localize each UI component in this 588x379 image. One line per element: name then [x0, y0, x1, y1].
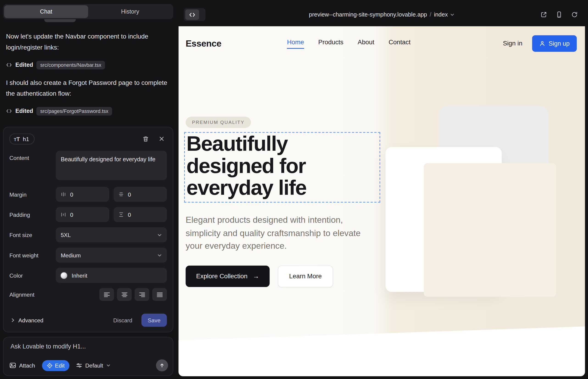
font-weight-label: Font weight — [9, 252, 56, 258]
edited-file-row[interactable]: Edited src/pages/ForgotPassword.tsx — [6, 106, 112, 116]
preview-window: preview--charming-site-symphony.lovable.… — [178, 3, 585, 376]
margin-row: Margin 0 0 — [9, 187, 167, 202]
preview-actions — [540, 3, 578, 26]
content-label: Content — [9, 151, 56, 161]
chat-message: Now let's update the Navbar component to… — [6, 32, 168, 53]
save-button[interactable]: Save — [141, 314, 167, 327]
edit-mode-button[interactable]: Edit — [42, 360, 69, 371]
padding-label: Padding — [9, 211, 56, 218]
site-navbar: Essence Home Products About Contact Sign… — [178, 26, 585, 61]
sign-up-button[interactable]: Sign up — [532, 35, 577, 52]
nav-products[interactable]: Products — [318, 39, 343, 49]
send-button[interactable] — [156, 360, 168, 371]
chevron-down-icon — [106, 363, 111, 368]
color-swatch — [60, 272, 67, 279]
file-chip[interactable]: src/components/Navbar.tsx — [36, 61, 105, 69]
selected-heading-outline[interactable]: Beautifully designed for everyday life — [184, 132, 380, 203]
edited-label: Edited — [15, 62, 33, 68]
sliders-icon — [76, 363, 82, 368]
margin-x-icon — [61, 192, 66, 197]
refresh-icon[interactable] — [571, 11, 578, 18]
default-mode-button[interactable]: Default — [76, 362, 111, 369]
align-justify-button[interactable] — [152, 288, 167, 301]
mobile-view-icon[interactable] — [556, 11, 562, 18]
chevron-right-icon — [11, 318, 15, 322]
padding-y-input[interactable]: 0 — [113, 207, 167, 222]
chat-composer: Attach Edit Default — [3, 337, 173, 376]
site-preview: Essence Home Products About Contact Sign… — [178, 26, 585, 376]
chat-sidebar: Chat History Now let's update the Navbar… — [0, 0, 178, 379]
align-left-button[interactable] — [99, 288, 114, 301]
learn-more-button[interactable]: Learn More — [278, 266, 333, 287]
tab-chat[interactable]: Chat — [4, 5, 88, 18]
content-row: Content Beautifully designed for everyda… — [9, 151, 167, 181]
padding-row: Padding 0 0 — [9, 207, 167, 222]
align-right-button[interactable] — [135, 288, 149, 301]
composer-toolbar: Attach Edit Default — [9, 360, 168, 371]
color-label: Color — [9, 272, 56, 279]
nav-contact[interactable]: Contact — [388, 39, 411, 49]
chevron-down-icon — [157, 253, 162, 257]
url-separator: / — [430, 11, 431, 18]
discard-button[interactable]: Discard — [113, 317, 132, 323]
editor-header: TT h1 — [9, 132, 167, 146]
site-logo[interactable]: Essence — [186, 38, 221, 49]
sign-in-link[interactable]: Sign in — [503, 40, 522, 47]
nav-home[interactable]: Home — [287, 39, 304, 49]
user-icon — [539, 41, 545, 47]
color-select[interactable]: Inherit — [56, 268, 167, 283]
align-right-icon — [139, 292, 145, 297]
margin-label: Margin — [9, 191, 56, 198]
text-size-icon: TT — [14, 136, 20, 142]
delete-element-icon[interactable] — [142, 136, 149, 142]
element-editor-panel: TT h1 Content Beautifully designed for e… — [3, 127, 173, 332]
font-size-label: Font size — [9, 232, 56, 238]
content-input[interactable]: Beautifully designed for everyday life — [56, 151, 167, 180]
advanced-toggle[interactable]: Advanced — [9, 317, 43, 323]
align-center-button[interactable] — [117, 288, 132, 301]
preview-url-bar[interactable]: preview--charming-site-symphony.lovable.… — [178, 3, 585, 26]
padding-y-icon — [119, 212, 124, 217]
margin-y-icon — [119, 192, 124, 197]
arrow-right-icon: → — [253, 272, 259, 280]
edited-file-row[interactable]: Edited src/components/Navbar.tsx — [6, 60, 105, 70]
code-icon — [6, 62, 12, 68]
code-icon — [6, 108, 12, 114]
open-in-new-tab-icon[interactable] — [540, 11, 547, 18]
nav-about[interactable]: About — [358, 39, 374, 49]
explore-collection-button[interactable]: Explore Collection → — [186, 266, 269, 287]
padding-x-input[interactable]: 0 — [56, 207, 109, 222]
hero-subtext: Elegant products designed with intention… — [186, 213, 370, 252]
margin-y-input[interactable]: 0 — [113, 187, 167, 202]
attach-image-icon — [9, 362, 16, 369]
app-window: Chat History Now let's update the Navbar… — [0, 0, 588, 379]
composer-input[interactable] — [11, 343, 165, 357]
chevron-down-icon — [157, 232, 162, 237]
chevron-down-icon[interactable] — [450, 12, 455, 17]
preview-path[interactable]: index — [434, 11, 448, 18]
sidebar-tabbar: Chat History — [3, 4, 173, 19]
align-center-icon — [121, 292, 127, 297]
padding-x-icon — [61, 212, 66, 217]
font-size-select[interactable]: 5XL — [56, 227, 167, 242]
editor-footer: Advanced Discard Save — [9, 314, 167, 327]
alignment-row: Alignment — [9, 288, 167, 301]
close-icon[interactable] — [159, 136, 165, 142]
hero-headline[interactable]: Beautifully designed for everyday life — [185, 133, 380, 199]
edited-label: Edited — [15, 108, 33, 114]
attach-button[interactable]: Attach — [9, 362, 35, 369]
color-row: Color Inherit — [9, 268, 167, 283]
decor-beige-card — [424, 163, 556, 297]
hero-cta-row: Explore Collection → Learn More — [186, 266, 333, 287]
align-left-icon — [104, 292, 110, 297]
font-weight-select[interactable]: Medium — [56, 248, 167, 262]
margin-x-input[interactable]: 0 — [56, 187, 109, 202]
arrow-up-icon — [159, 363, 165, 368]
tag-name: h1 — [23, 136, 29, 142]
file-chip[interactable]: src/pages/ForgotPassword.tsx — [36, 107, 112, 115]
preview-url: preview--charming-site-symphony.lovable.… — [309, 11, 427, 18]
selected-element-tag[interactable]: TT h1 — [9, 133, 34, 144]
tab-history[interactable]: History — [88, 5, 172, 18]
font-size-row: Font size 5XL — [9, 227, 167, 242]
font-weight-row: Font weight Medium — [9, 248, 167, 262]
